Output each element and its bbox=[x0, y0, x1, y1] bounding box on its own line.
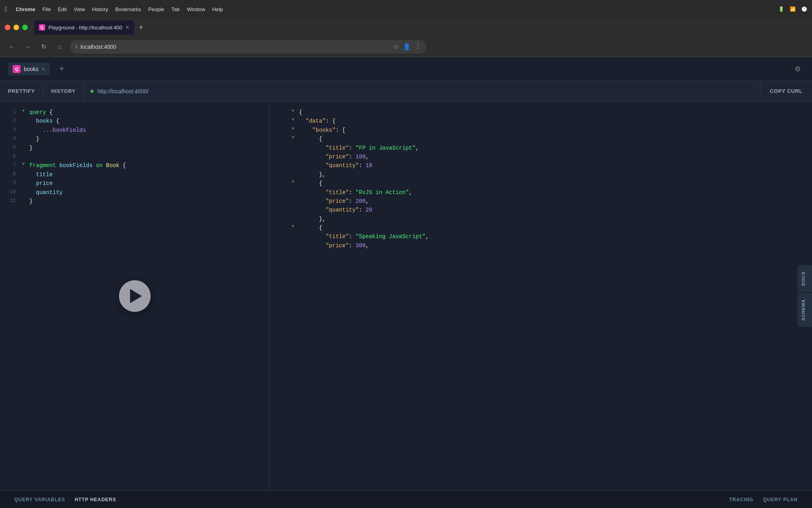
query-tab-label: books bbox=[24, 66, 38, 72]
chrome-tab-active[interactable]: Q Playground - http://localhost:400 × bbox=[34, 20, 134, 35]
edit-menu[interactable]: Edit bbox=[58, 6, 67, 12]
battery-icon: 🔋 bbox=[778, 6, 784, 12]
add-query-tab-btn[interactable]: + bbox=[56, 64, 67, 75]
side-tabs: DOCS SCHEMA bbox=[798, 265, 812, 327]
traffic-lights bbox=[5, 25, 28, 30]
new-tab-button[interactable]: + bbox=[136, 22, 147, 33]
graphql-playground: Q books × + ⚙ PRETTIFY HISTORY http://lo… bbox=[0, 57, 812, 508]
query-bar: PRETTIFY HISTORY http://localhost:4000/ … bbox=[0, 81, 812, 102]
code-line-10: 10 quantity bbox=[0, 188, 269, 197]
bookmarks-menu[interactable]: Bookmarks bbox=[115, 6, 141, 12]
help-menu[interactable]: Help bbox=[212, 6, 223, 12]
play-icon bbox=[130, 289, 142, 303]
tracing-btn[interactable]: TRACING bbox=[724, 497, 758, 502]
chrome-menu-btn[interactable]: ⋮ bbox=[415, 43, 421, 50]
code-line-7: 7 ▼ fragment bookFields on Book { bbox=[0, 161, 269, 170]
code-line-5: 5 } bbox=[0, 144, 269, 152]
clock-icon: 🕐 bbox=[801, 6, 807, 12]
query-tab-icon: Q bbox=[13, 65, 21, 73]
profile-btn[interactable]: 👤 bbox=[403, 43, 411, 50]
playground-toolbar: Q books × + ⚙ bbox=[0, 57, 812, 81]
code-line-2: 2 books { bbox=[0, 117, 269, 125]
json-line-14: ▼ { bbox=[270, 223, 812, 232]
http-headers-btn[interactable]: HTTP HEADERS bbox=[70, 497, 121, 502]
history-button[interactable]: HISTORY bbox=[43, 81, 84, 101]
json-line-16: "price": 300, bbox=[270, 241, 812, 250]
code-line-8: 8 title bbox=[0, 170, 269, 179]
code-line-3: 3 ...bookFields bbox=[0, 126, 269, 135]
settings-button[interactable]: ⚙ bbox=[791, 63, 804, 75]
json-line-11: "price": 200, bbox=[270, 197, 812, 206]
play-button-container bbox=[119, 280, 151, 312]
address-bar[interactable]: ℹ localhost:4000 ☆ 👤 ⋮ bbox=[70, 40, 427, 54]
json-line-10: "title": "RxJS in Action", bbox=[270, 188, 812, 197]
back-button[interactable]: ← bbox=[6, 41, 17, 52]
chrome-addressbar: ← → ↻ ⌂ ℹ localhost:4000 ☆ 👤 ⋮ bbox=[0, 37, 812, 57]
chrome-tabbar: Q Playground - http://localhost:400 × + bbox=[0, 18, 812, 37]
mac-status-bar: 🔋 📶 🕐 bbox=[778, 6, 807, 12]
chrome-menu[interactable]: Chrome bbox=[16, 6, 35, 12]
json-line-9: ▼ { bbox=[270, 179, 812, 188]
minimize-window-btn[interactable] bbox=[13, 25, 19, 30]
execute-query-button[interactable] bbox=[119, 280, 151, 312]
docs-tab[interactable]: DOCS bbox=[798, 265, 812, 292]
query-editor-panel[interactable]: 1 ▼ query { 2 books { 3 ...bookFields 4 bbox=[0, 102, 270, 491]
query-tab-close[interactable]: × bbox=[42, 66, 45, 72]
mac-menubar:  Chrome File Edit View History Bookmark… bbox=[0, 0, 812, 18]
wifi-icon: 📶 bbox=[790, 6, 796, 12]
json-line-13: }, bbox=[270, 215, 812, 223]
tab-menu[interactable]: Tab bbox=[171, 6, 180, 12]
json-line-4: ▼ { bbox=[270, 135, 812, 143]
json-line-3: ▼ "books": [ bbox=[270, 126, 812, 135]
json-line-7: "quantity": 10 bbox=[270, 161, 812, 170]
prettify-button[interactable]: PRETTIFY bbox=[0, 81, 43, 101]
people-menu[interactable]: People bbox=[148, 6, 164, 12]
home-button[interactable]: ⌂ bbox=[54, 41, 65, 52]
endpoint-url-bar[interactable]: http://localhost:4000/ bbox=[84, 81, 760, 101]
apple-menu[interactable]:  bbox=[5, 6, 7, 13]
forward-button[interactable]: → bbox=[22, 41, 33, 52]
history-menu[interactable]: History bbox=[92, 6, 108, 12]
endpoint-url-text: http://localhost:4000/ bbox=[98, 88, 149, 94]
tab-title: Playground - http://localhost:400 bbox=[48, 25, 122, 31]
tab-close-btn[interactable]: × bbox=[125, 24, 129, 31]
json-line-2: ▼ "data": { bbox=[270, 117, 812, 125]
active-query-tab[interactable]: Q books × bbox=[8, 63, 50, 75]
close-window-btn[interactable] bbox=[5, 25, 10, 30]
json-line-12: "quantity": 20 bbox=[270, 206, 812, 214]
reload-button[interactable]: ↻ bbox=[38, 41, 49, 52]
schema-tab[interactable]: SCHEMA bbox=[798, 293, 812, 327]
url-text: localhost:4000 bbox=[80, 44, 116, 50]
code-line-1: 1 ▼ query { bbox=[0, 108, 269, 117]
window-menu[interactable]: Window bbox=[187, 6, 205, 12]
response-panel: ▼ { ▼ "data": { ▼ "books": [ ▼ bbox=[270, 102, 812, 491]
code-line-9: 9 price bbox=[0, 179, 269, 188]
json-line-1: ▼ { bbox=[270, 108, 812, 117]
query-variables-btn[interactable]: QUERY VARIABLES bbox=[10, 497, 70, 502]
security-icon: ℹ bbox=[75, 44, 77, 50]
query-plan-btn[interactable]: QUERY PLAN bbox=[758, 497, 802, 502]
query-editor[interactable]: 1 ▼ query { 2 books { 3 ...bookFields 4 bbox=[0, 102, 269, 212]
bottom-bar: QUERY VARIABLES HTTP HEADERS TRACING QUE… bbox=[0, 491, 812, 508]
json-line-15: "title": "Speaking JavaScript", bbox=[270, 232, 812, 241]
copy-curl-button[interactable]: COPY CURL bbox=[760, 81, 812, 101]
code-line-6: 6 bbox=[0, 152, 269, 161]
fullscreen-window-btn[interactable] bbox=[22, 25, 28, 30]
tab-favicon: Q bbox=[39, 24, 45, 31]
code-line-4: 4 } bbox=[0, 135, 269, 143]
editor-area: 1 ▼ query { 2 books { 3 ...bookFields 4 bbox=[0, 102, 812, 491]
bookmark-btn[interactable]: ☆ bbox=[393, 43, 399, 50]
bottom-right-btns: TRACING QUERY PLAN bbox=[724, 497, 802, 502]
response-editor: ▼ { ▼ "data": { ▼ "books": [ ▼ bbox=[270, 102, 812, 256]
connection-status-dot bbox=[90, 90, 94, 93]
code-line-11: 11 } bbox=[0, 197, 269, 206]
json-line-5: "title": "FP in JavaScript", bbox=[270, 144, 812, 152]
file-menu[interactable]: File bbox=[42, 6, 51, 12]
json-line-6: "price": 100, bbox=[270, 152, 812, 161]
view-menu[interactable]: View bbox=[74, 6, 85, 12]
address-bar-right: ☆ 👤 ⋮ bbox=[393, 43, 421, 50]
json-line-8: }, bbox=[270, 170, 812, 179]
